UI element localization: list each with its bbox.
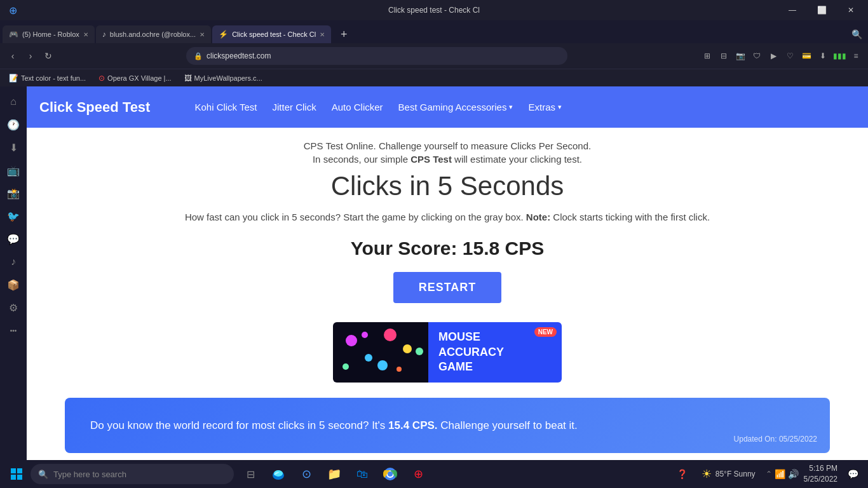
bookmarks-bar: 📝 Text color - text fun... ⊙ Opera GX Vi… <box>0 69 868 86</box>
nav-link-accessories[interactable]: Best Gaming Accessories ▾ <box>398 102 513 112</box>
task-view-button[interactable]: ⊟ <box>239 463 262 485</box>
wallet-icon[interactable]: 💳 <box>799 49 813 63</box>
main-title: Clicks in 5 Seconds <box>65 171 830 201</box>
sidebar-downloads-icon[interactable]: ⬇ <box>3 137 24 158</box>
chevron-up-icon[interactable]: ⌃ <box>766 470 772 478</box>
maximize-button[interactable]: ⬜ <box>807 0 836 20</box>
screenshot-icon[interactable]: 📷 <box>733 49 747 63</box>
refresh-button[interactable]: ↻ <box>41 48 56 64</box>
sidebar-discord-icon[interactable]: 💬 <box>3 229 24 249</box>
sidebar-music-icon[interactable]: ♪ <box>3 252 24 272</box>
bookmark-label-3: MyLiveWallpapers.c... <box>194 74 262 82</box>
cps-test-highlight: CPS Test <box>410 154 452 165</box>
world-record-highlight: 15.4 CPS. <box>388 419 438 431</box>
shield-icon[interactable]: 🛡 <box>750 49 764 63</box>
volume-icon[interactable]: 🔊 <box>788 469 799 479</box>
chevron-down-icon: ▾ <box>509 103 513 111</box>
address-bar-row: ‹ › ↻ 🔒 clickspeedtest.com ⊞ ⊟ 📷 🛡 ▶ ♡ 💳… <box>0 43 868 69</box>
chrome-icon[interactable] <box>379 463 402 485</box>
window-icon: ⊕ <box>3 0 23 20</box>
clock[interactable]: 5:16 PM 5/25/2022 <box>804 463 837 485</box>
desc-suffix: will estimate your clicking test. <box>452 154 582 165</box>
tab-clickspeed[interactable]: ⚡ Click speed test - Check Cl ✕ <box>212 25 331 43</box>
score-display: Your Score: 15.8 CPS <box>65 238 830 259</box>
lock-icon: 🔒 <box>194 52 203 60</box>
tab-close-icon-3[interactable]: ✕ <box>320 31 325 38</box>
sidebar-instagram-icon[interactable]: 📸 <box>3 183 24 203</box>
taskbar-search[interactable]: 🔍 Type here to search <box>31 464 234 484</box>
heart-icon[interactable]: ♡ <box>783 49 797 63</box>
start-button[interactable] <box>5 463 28 485</box>
title-bar: ⊕ Click speed test - Check Cl — ⬜ ✕ <box>0 0 868 20</box>
game-banner[interactable]: NEW MOUSE ACCURACY GAME <box>333 322 562 383</box>
bookmark-3[interactable]: 🖼 MyLiveWallpapers.c... <box>180 72 266 84</box>
content-area: Click Speed Test Kohi Click Test Jitter … <box>27 86 868 460</box>
nav-link-auto[interactable]: Auto Clicker <box>332 102 383 112</box>
download-icon[interactable]: ⬇ <box>816 49 830 63</box>
page-subtitle: How fast can you click in 5 seconds? Sta… <box>65 212 830 222</box>
sidebar-history-icon[interactable]: 🕐 <box>3 114 24 135</box>
new-tab-button[interactable]: + <box>335 25 353 43</box>
sidebar-twitch-icon[interactable]: 📺 <box>3 160 24 180</box>
menu-icon[interactable]: ≡ <box>849 49 863 63</box>
nav-links: Kohi Click Test Jitter Click Auto Clicke… <box>194 102 562 112</box>
systray-question[interactable]: ❓ <box>674 465 691 483</box>
bookmark-label-1: Text color - text fun... <box>21 74 86 82</box>
notification-center[interactable]: 💬 <box>843 464 863 484</box>
tab-roblox[interactable]: 🎮 (5) Home - Roblox ✕ <box>3 25 95 43</box>
bookmark-1[interactable]: 📝 Text color - text fun... <box>5 72 90 84</box>
nav-link-jitter[interactable]: Jitter Click <box>273 102 316 112</box>
taskbar-icons: ⊟ ⊙ 📁 🛍 ⊕ <box>239 463 430 485</box>
sidebar-twitter-icon[interactable]: 🐦 <box>3 206 24 226</box>
nav-link-kohi[interactable]: Kohi Click Test <box>194 102 257 112</box>
tab-bar: 🎮 (5) Home - Roblox ✕ ♪ blush.and.ochre … <box>0 20 868 43</box>
play-icon[interactable]: ▶ <box>766 49 780 63</box>
title-bar-text: Click speed test - Check Cl <box>388 6 480 15</box>
sidebar-more-icon[interactable]: ••• <box>3 320 24 341</box>
world-record-text: Do you know the world record for most cl… <box>90 417 804 434</box>
battery-icon[interactable]: ▮▮▮ <box>832 49 846 63</box>
sidebar-box-icon[interactable]: 📦 <box>3 274 24 295</box>
address-bar-actions: ⊞ ⊟ 📷 🛡 ▶ ♡ 💳 ⬇ ▮▮▮ ≡ <box>700 49 863 63</box>
tab-manager-icon[interactable]: ⊟ <box>717 49 731 63</box>
file-explorer-icon[interactable]: 📁 <box>323 463 346 485</box>
tab-icon-2: ♪ <box>102 30 106 39</box>
nav-link-extras[interactable]: Extras ▾ <box>528 102 562 112</box>
forward-button[interactable]: › <box>23 48 38 64</box>
sidebar-settings-icon[interactable]: ⚙ <box>3 297 24 318</box>
page-content: CPS Test Online. Challenge yourself to m… <box>27 128 868 460</box>
svg-rect-1 <box>17 468 22 473</box>
minimize-button[interactable]: — <box>778 0 807 20</box>
back-button[interactable]: ‹ <box>5 48 20 64</box>
restart-button[interactable]: RESTART <box>393 272 502 303</box>
search-icon-titlebar[interactable]: 🔍 <box>848 25 865 43</box>
clock-date: 5/25/2022 <box>804 474 837 485</box>
bookmark-label-2: Opera GX Village |... <box>107 74 171 82</box>
sidebar-home-icon[interactable]: ⌂ <box>3 92 24 112</box>
tab-icon-3: ⚡ <box>219 30 228 39</box>
address-bar[interactable]: 🔒 clickspeedtest.com <box>186 47 567 65</box>
nav-brand[interactable]: Click Speed Test <box>39 99 150 116</box>
taskbar: 🔍 Type here to search ⊟ ⊙ 📁 🛍 ⊕ ❓ ☀ 85°F… <box>0 460 868 488</box>
tab-close-icon-2[interactable]: ✕ <box>200 31 205 38</box>
edge-icon[interactable] <box>267 463 290 485</box>
weather-text: 85°F Sunny <box>715 470 756 478</box>
close-button[interactable]: ✕ <box>836 0 865 20</box>
svg-rect-3 <box>17 475 22 480</box>
weather-widget[interactable]: ☀ 85°F Sunny <box>696 467 761 481</box>
network-icon[interactable]: 📶 <box>775 469 785 479</box>
tab-blush[interactable]: ♪ blush.and.ochre (@roblox... ✕ <box>96 25 211 43</box>
browser-chrome: ⊕ Click speed test - Check Cl — ⬜ ✕ 🎮 (5… <box>0 0 868 86</box>
tab-icon: 🎮 <box>9 30 18 39</box>
store-icon[interactable]: 🛍 <box>351 463 374 485</box>
sidebar-toggle-icon[interactable]: ⊞ <box>700 49 714 63</box>
note-label: Note: <box>526 212 550 222</box>
nav-bar: Click Speed Test Kohi Click Test Jitter … <box>27 86 868 128</box>
cortana-icon[interactable]: ⊙ <box>295 463 318 485</box>
world-record-banner: Do you know the world record for most cl… <box>65 398 830 453</box>
tab-label: (5) Home - Roblox <box>22 30 79 38</box>
search-icon: 🔍 <box>38 470 48 479</box>
opera-icon[interactable]: ⊕ <box>407 463 430 485</box>
tab-close-icon[interactable]: ✕ <box>83 31 88 38</box>
bookmark-2[interactable]: ⊙ Opera GX Village |... <box>95 72 175 84</box>
